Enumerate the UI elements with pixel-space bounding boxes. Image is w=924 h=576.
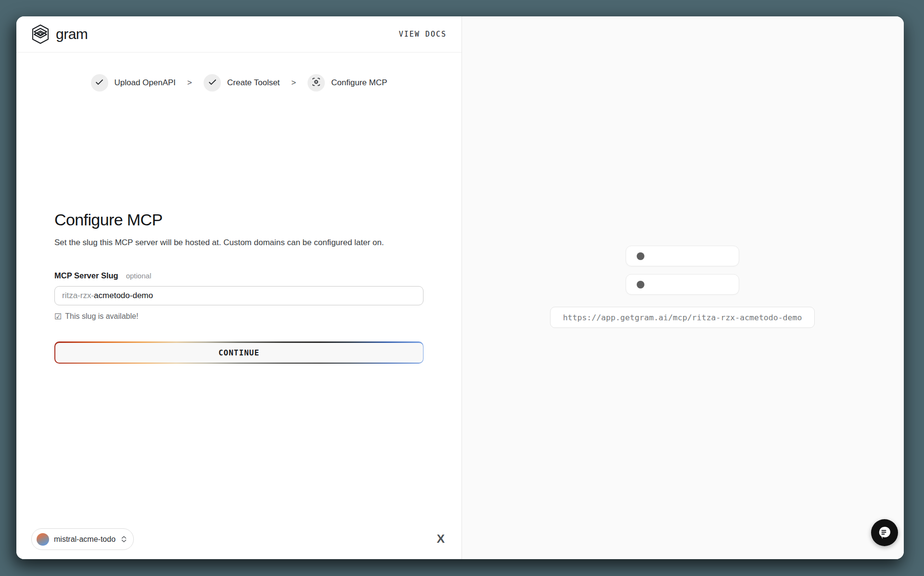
slug-value: acmetodo-demo	[94, 291, 153, 301]
project-selector-value: mistral-acme-todo	[54, 535, 116, 544]
step-label: Upload OpenAPI	[115, 78, 176, 88]
mcp-slug-input[interactable]: ritza-rzx-acmetodo-demo	[54, 286, 424, 305]
checkbox-check-icon: ☑	[54, 313, 62, 321]
project-avatar	[37, 533, 49, 546]
slug-field-label: MCP Server Slug	[54, 271, 118, 280]
app-window: gram VIEW DOCS Upload OpenAPI >	[16, 16, 904, 559]
step-circle	[204, 74, 221, 92]
footer-bar: mistral-acme-todo X	[31, 528, 444, 550]
availability-text: This slug is available!	[65, 312, 138, 321]
x-twitter-icon[interactable]: X	[436, 533, 445, 546]
continue-button[interactable]: CONTINUE	[55, 343, 423, 363]
chevron-right-icon: >	[184, 78, 195, 88]
page-title: Configure MCP	[54, 210, 424, 230]
setup-stepper: Upload OpenAPI > Create Toolset >	[16, 74, 462, 92]
slug-availability-status: ☑ This slug is available!	[54, 312, 424, 321]
step-label: Configure MCP	[331, 78, 387, 88]
check-icon	[208, 79, 217, 87]
chevron-right-icon: >	[288, 78, 299, 88]
mcp-url-box: https://app.getgram.ai/mcp/ritza-rzx-acm…	[550, 307, 815, 328]
step-label: Create Toolset	[227, 78, 280, 88]
page-description: Set the slug this MCP server will be hos…	[54, 236, 424, 249]
view-docs-link[interactable]: VIEW DOCS	[399, 30, 447, 39]
setup-panel: gram VIEW DOCS Upload OpenAPI >	[16, 16, 462, 559]
chevron-updown-icon	[121, 536, 127, 542]
slug-optional-badge: optional	[126, 272, 152, 280]
preview-panel: https://app.getgram.ai/mcp/ritza-rzx-acm…	[462, 16, 904, 559]
server-card	[626, 274, 739, 295]
step-upload-openapi[interactable]: Upload OpenAPI	[91, 74, 176, 92]
logo-wordmark: gram	[56, 26, 88, 42]
status-dot-icon	[637, 281, 644, 288]
chat-bubble-icon	[877, 524, 892, 541]
mcp-config-icon	[311, 77, 321, 89]
slug-prefix: ritza-rzx-	[62, 291, 94, 301]
slug-field-labels: MCP Server Slug optional	[54, 271, 424, 280]
step-configure-mcp[interactable]: Configure MCP	[308, 74, 387, 92]
check-icon	[95, 79, 103, 87]
step-create-toolset[interactable]: Create Toolset	[204, 74, 280, 92]
header: gram VIEW DOCS	[16, 16, 462, 52]
server-card	[626, 246, 739, 266]
continue-button-border: CONTINUE	[54, 341, 424, 364]
gram-logo-icon	[31, 24, 50, 44]
project-selector[interactable]: mistral-acme-todo	[31, 528, 134, 550]
status-dot-icon	[637, 252, 644, 260]
step-circle	[91, 74, 108, 92]
configure-mcp-form: Configure MCP Set the slug this MCP serv…	[54, 92, 424, 364]
chat-widget-button[interactable]	[871, 519, 898, 546]
step-circle	[308, 74, 325, 92]
gram-logo: gram	[31, 24, 88, 44]
